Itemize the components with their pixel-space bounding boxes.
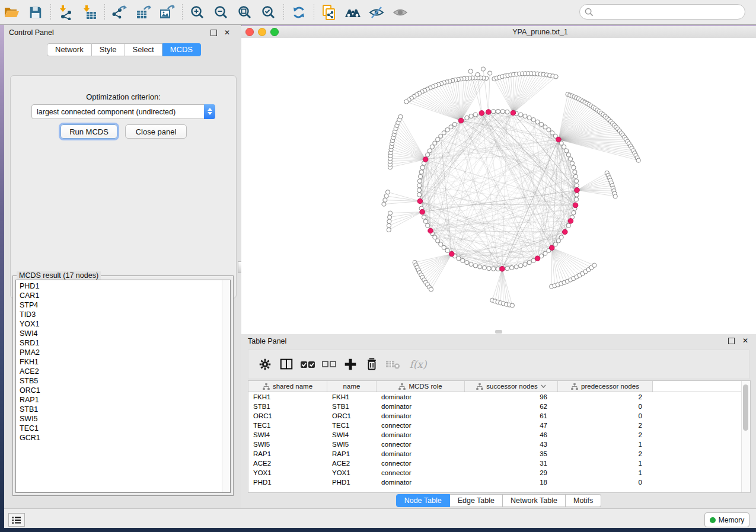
table-settings-gear-icon[interactable] — [254, 354, 276, 374]
close-panel-button[interactable]: Close panel — [125, 124, 187, 139]
mcds-hub-node[interactable] — [417, 198, 423, 204]
optimization-dropdown[interactable]: largest connected component (undirected) — [31, 104, 215, 119]
mcds-hub-node[interactable] — [556, 137, 562, 142]
mcds-result-item[interactable]: FKH1 — [16, 357, 222, 367]
refresh-layout-icon[interactable] — [289, 4, 309, 21]
table-close-icon[interactable]: ✕ — [742, 338, 748, 344]
mcds-result-item[interactable]: TEC1 — [16, 424, 222, 433]
tab-network[interactable]: Network — [47, 43, 92, 56]
mcds-result-item[interactable]: GCR1 — [16, 433, 222, 443]
zoom-out-icon[interactable] — [211, 4, 231, 21]
hide-selected-icon[interactable] — [366, 4, 387, 21]
mcds-hub-node[interactable] — [428, 228, 433, 233]
mcds-hub-node[interactable] — [549, 245, 554, 251]
zoom-in-icon[interactable] — [187, 4, 208, 21]
delete-column-icon[interactable] — [361, 354, 382, 374]
network-titlebar[interactable]: YPA_prune.txt_1 — [241, 26, 756, 39]
mcds-result-item[interactable]: SWI4 — [16, 329, 222, 338]
zoom-fit-icon[interactable] — [235, 4, 255, 21]
table-row[interactable]: PHD1PHD1dominator180 — [248, 477, 750, 487]
network-canvas[interactable] — [241, 38, 756, 334]
table-row[interactable]: TEC1TEC1connector472 — [248, 421, 750, 430]
tab-motifs[interactable]: Motifs — [566, 494, 601, 507]
mcds-result-item[interactable]: YOX1 — [16, 319, 222, 329]
tab-node-table[interactable]: Node Table — [396, 494, 450, 507]
network-graph[interactable] — [241, 38, 756, 334]
mcds-result-list[interactable]: PHD1CAR1STP4TID3YOX1SWI4SRD1PMA2FKH1ACE2… — [15, 280, 231, 493]
table-row[interactable]: YOX1YOX1connector291 — [248, 468, 750, 477]
mcds-hub-node[interactable] — [511, 110, 516, 116]
mcds-list-scrollbar[interactable] — [222, 280, 230, 492]
show-column-panel-icon[interactable] — [276, 354, 297, 374]
mcds-hub-node[interactable] — [573, 203, 578, 208]
column-header-predecessor-nodes[interactable]: predecessor nodes — [558, 381, 653, 392]
mcds-result-item[interactable]: STB5 — [16, 376, 222, 386]
mcds-hub-node[interactable] — [500, 267, 505, 272]
mcds-result-item[interactable]: PMA2 — [16, 348, 222, 357]
float-panel-icon[interactable] — [210, 30, 217, 36]
export-table-icon[interactable] — [133, 4, 154, 21]
search-field[interactable] — [579, 4, 745, 20]
mcds-result-item[interactable]: ORC1 — [16, 386, 222, 395]
mcds-hub-node[interactable] — [449, 251, 455, 257]
tab-select[interactable]: Select — [125, 43, 162, 56]
mcds-result-item[interactable]: ACE2 — [16, 367, 222, 376]
mcds-hub-node[interactable] — [420, 209, 425, 214]
table-row[interactable]: ACE2ACE2connector311 — [248, 459, 750, 468]
deselect-all-icon[interactable] — [318, 354, 340, 374]
mcds-result-item[interactable]: SWI5 — [16, 414, 222, 424]
first-neighbors-icon[interactable] — [343, 4, 363, 21]
mcds-hub-node[interactable] — [479, 111, 484, 116]
mcds-result-item[interactable]: RAP1 — [16, 395, 222, 405]
column-header-name[interactable]: name — [327, 381, 377, 392]
mcds-result-item[interactable]: PHD1 — [16, 281, 222, 291]
canvas-scrollbar-nub[interactable] — [495, 330, 502, 334]
mcds-result-item[interactable]: STP4 — [16, 300, 222, 310]
mcds-result-item[interactable]: STB1 — [16, 405, 222, 414]
import-table-icon[interactable] — [79, 4, 100, 21]
export-network-icon[interactable] — [110, 4, 130, 21]
node-table[interactable]: shared namenameMCDS rolesuccessor nodesp… — [248, 380, 751, 493]
mcds-result-item[interactable]: SRD1 — [16, 338, 222, 348]
run-mcds-button[interactable]: Run MCDS — [60, 124, 117, 139]
column-header-shared-name[interactable]: shared name — [248, 381, 327, 392]
show-all-icon[interactable] — [390, 4, 410, 21]
search-input[interactable] — [596, 7, 745, 17]
export-image-icon[interactable] — [157, 4, 177, 21]
tab-edge-table[interactable]: Edge Table — [450, 494, 503, 507]
mcds-hub-node[interactable] — [458, 118, 464, 123]
table-scrollbar-thumb[interactable] — [743, 384, 748, 431]
task-history-button[interactable] — [8, 513, 25, 527]
add-column-icon[interactable] — [340, 354, 361, 374]
tab-mcds[interactable]: MCDS — [162, 43, 201, 56]
import-network-icon[interactable] — [56, 4, 76, 21]
select-all-icon[interactable] — [297, 354, 318, 374]
mcds-hub-node[interactable] — [535, 256, 540, 261]
table-scrollbar[interactable] — [741, 381, 750, 492]
close-panel-icon[interactable]: ✕ — [224, 30, 230, 36]
open-file-icon[interactable] — [2, 4, 22, 21]
memory-button[interactable]: Memory — [704, 512, 749, 527]
mcds-result-item[interactable]: TID3 — [16, 310, 222, 319]
column-header-mcds-role[interactable]: MCDS role — [377, 381, 465, 392]
save-icon[interactable] — [25, 4, 46, 21]
tab-style[interactable]: Style — [92, 43, 125, 56]
mcds-hub-node[interactable] — [423, 157, 428, 162]
table-row[interactable]: RAP1RAP1dominator352 — [248, 449, 750, 459]
clone-network-icon[interactable] — [319, 4, 339, 21]
mcds-result-item[interactable]: CAR1 — [16, 291, 222, 300]
mcds-hub-node[interactable] — [486, 110, 491, 115]
mcds-hub-node[interactable] — [575, 188, 580, 193]
table-row[interactable]: STB1STB1dominator620 — [248, 402, 750, 411]
tab-network-table[interactable]: Network Table — [503, 494, 566, 507]
column-header-successor-nodes[interactable]: successor nodes — [465, 381, 558, 392]
mcds-hub-node[interactable] — [562, 229, 567, 235]
zoom-selected-icon[interactable] — [259, 4, 279, 21]
table-row[interactable]: FKH1FKH1dominator962 — [248, 392, 750, 402]
status-bar: Memory — [4, 508, 756, 528]
table-row[interactable]: SWI5SWI5connector431 — [248, 440, 750, 449]
mcds-hub-node[interactable] — [568, 219, 573, 224]
table-row[interactable]: SWI4SWI4dominator462 — [248, 430, 750, 440]
table-float-icon[interactable] — [728, 338, 735, 344]
table-row[interactable]: ORC1ORC1dominator610 — [248, 411, 750, 421]
